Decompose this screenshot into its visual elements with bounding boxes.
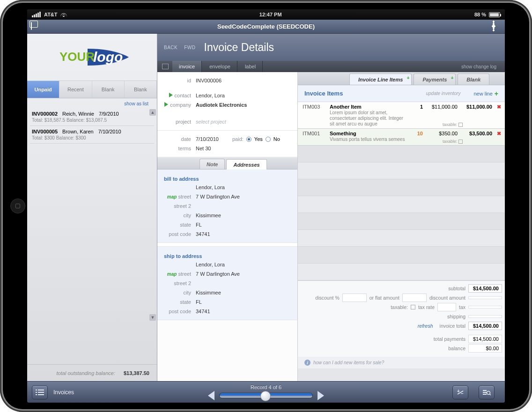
discount-pct-label: discount % xyxy=(315,295,339,301)
svg-rect-0 xyxy=(36,390,37,390)
invoice-row[interactable]: INV000005Brown, Karen7/10/2010 Total: $3… xyxy=(30,126,154,144)
bill-state[interactable]: FL xyxy=(195,222,297,228)
bill-street[interactable]: 7 W Darlington Ave xyxy=(195,194,297,199)
find-button[interactable] xyxy=(479,385,495,399)
empty-line-slot[interactable] xyxy=(298,162,505,179)
paid-yes-radio[interactable] xyxy=(246,137,251,142)
label-ship-city: city xyxy=(157,290,195,295)
field-company[interactable]: Audiotek Electronics xyxy=(195,102,297,108)
record-slider[interactable] xyxy=(219,393,313,398)
item-desc: Lorem ipsum dolor sit amet, consectetuer… xyxy=(330,110,403,126)
bill-post[interactable]: 34741 xyxy=(195,231,297,237)
line-item-row[interactable]: ITM001 SomethingVivamus porta tellus viv… xyxy=(298,129,505,146)
svg-rect-11 xyxy=(483,394,487,395)
tab-addresses[interactable]: Addresses xyxy=(226,159,266,169)
paid-no-radio[interactable] xyxy=(266,137,271,142)
field-terms[interactable]: Net 30 xyxy=(195,146,297,151)
new-line-link[interactable]: new line xyxy=(473,91,492,96)
delete-line-icon[interactable]: ✖ xyxy=(496,104,502,110)
refresh-link[interactable]: refresh xyxy=(418,323,433,329)
empty-line-slot[interactable] xyxy=(298,230,505,247)
tab-note[interactable]: Note xyxy=(200,159,225,169)
ship-name[interactable]: Lendor, Lora xyxy=(195,262,297,267)
item-price[interactable]: $350.00 xyxy=(427,131,458,136)
invoice-row[interactable]: INV000002Reich, Winnie7/9/2010 Total: $1… xyxy=(30,108,154,126)
sidebar-tab-recent[interactable]: Recent xyxy=(59,81,92,98)
empty-line-slot[interactable] xyxy=(298,247,505,264)
next-record-button[interactable] xyxy=(318,391,324,400)
signal-icon xyxy=(32,12,41,17)
field-id[interactable]: INV000006 xyxy=(195,78,297,83)
bill-city[interactable]: Kissimmee xyxy=(195,213,297,218)
goto-company-icon[interactable] xyxy=(164,102,168,107)
item-qty[interactable]: 1 xyxy=(411,104,423,110)
field-date[interactable]: 7/10/2010 xyxy=(195,136,232,142)
invoice-date: 7/9/2010 xyxy=(99,111,119,117)
ios-status-bar: AT&T 12:47 PM 88 % xyxy=(27,9,505,20)
subtab-invoice[interactable]: invoice xyxy=(172,61,202,72)
show-as-list-link[interactable]: show as list xyxy=(27,98,157,108)
subtab-label[interactable]: label xyxy=(238,61,263,72)
discount-pct-input[interactable] xyxy=(342,294,367,302)
empty-line-slot[interactable] xyxy=(298,146,505,162)
empty-line-slot[interactable] xyxy=(298,179,505,196)
svg-rect-4 xyxy=(36,394,37,395)
update-inventory-link[interactable]: update inventory xyxy=(426,91,461,96)
sub-header: invoice envelope label show change log xyxy=(157,61,505,72)
ship-post[interactable]: 34741 xyxy=(195,309,297,314)
tab-payments[interactable]: Payments+ xyxy=(414,74,456,85)
item-qty[interactable]: 10 xyxy=(411,131,423,136)
scroll-indicator-top[interactable]: ▲ xyxy=(149,109,156,116)
sidebar-tab-blank-2[interactable]: Blank xyxy=(125,81,157,98)
windows-icon[interactable] xyxy=(31,22,39,31)
sidebar-tab-blank-1[interactable]: Blank xyxy=(92,81,125,98)
add-remove-button[interactable]: +− xyxy=(452,385,468,399)
fwd-button[interactable]: FWD xyxy=(184,45,195,50)
prev-record-button[interactable] xyxy=(208,391,214,400)
hint-row[interactable]: i how can I add new items for sale? xyxy=(298,357,505,368)
show-change-log[interactable]: show change log xyxy=(461,64,500,69)
plus-icon[interactable]: + xyxy=(495,90,498,97)
ship-city[interactable]: Kissimmee xyxy=(195,290,297,295)
sidebar-footer: total outstanding balance: $13,387.50 xyxy=(27,364,157,381)
bill-map-link[interactable]: map xyxy=(167,194,177,199)
ship-street[interactable]: 7 W Darlington Ave xyxy=(195,271,297,277)
print-icon[interactable] xyxy=(162,64,169,69)
empty-line-slot[interactable] xyxy=(298,196,505,213)
sidebar-tab-unpaid[interactable]: Unpaid xyxy=(27,81,59,98)
field-contact[interactable]: Lendor, Lora xyxy=(195,93,297,98)
taxable-checkbox[interactable] xyxy=(458,123,463,127)
empty-line-slot[interactable] xyxy=(298,213,505,230)
tax-value xyxy=(468,306,502,309)
line-item-row[interactable]: ITM003 Another ItemLorem ipsum dolor sit… xyxy=(298,102,505,129)
tax-rate-input[interactable] xyxy=(437,303,456,311)
tab-line-items[interactable]: Invoice Line Items+ xyxy=(349,74,412,85)
scroll-indicator-bottom[interactable]: ▼ xyxy=(149,314,156,321)
gear-icon[interactable] xyxy=(493,22,501,31)
clock: 12:47 PM xyxy=(259,12,282,17)
back-button[interactable]: BACK xyxy=(164,45,177,50)
flat-amount-input[interactable] xyxy=(402,294,427,302)
taxable-checkbox[interactable] xyxy=(458,140,463,144)
field-project[interactable]: select project xyxy=(195,119,297,125)
delete-line-icon[interactable]: ✖ xyxy=(496,131,502,137)
bill-name[interactable]: Lendor, Lora xyxy=(195,184,297,190)
totals-panel: subtotal$14,500.00 discount % or flat am… xyxy=(298,280,505,357)
ship-state[interactable]: FL xyxy=(195,299,297,305)
taxable-checkbox[interactable] xyxy=(411,305,415,309)
ship-to-heading: ship to address xyxy=(157,250,297,260)
empty-line-slot[interactable] xyxy=(298,264,505,280)
item-name: Something xyxy=(330,131,356,136)
goto-contact-icon[interactable] xyxy=(169,93,173,97)
subtab-envelope[interactable]: envelope xyxy=(203,61,237,72)
invoice-list: INV000002Reich, Winnie7/9/2010 Total: $1… xyxy=(27,108,157,364)
ipad-home-button[interactable] xyxy=(10,199,25,213)
shipping-value[interactable] xyxy=(468,315,502,318)
ship-map-link[interactable]: map xyxy=(167,272,177,277)
tab-blank[interactable]: Blank xyxy=(458,74,489,85)
item-price[interactable]: $11,000.00 xyxy=(427,104,458,110)
invoice-total-value: $14,500.00 xyxy=(468,322,502,330)
balance-label: balance xyxy=(448,346,466,351)
list-view-button[interactable] xyxy=(32,385,48,399)
item-ext: $3,500.00 xyxy=(461,131,492,136)
